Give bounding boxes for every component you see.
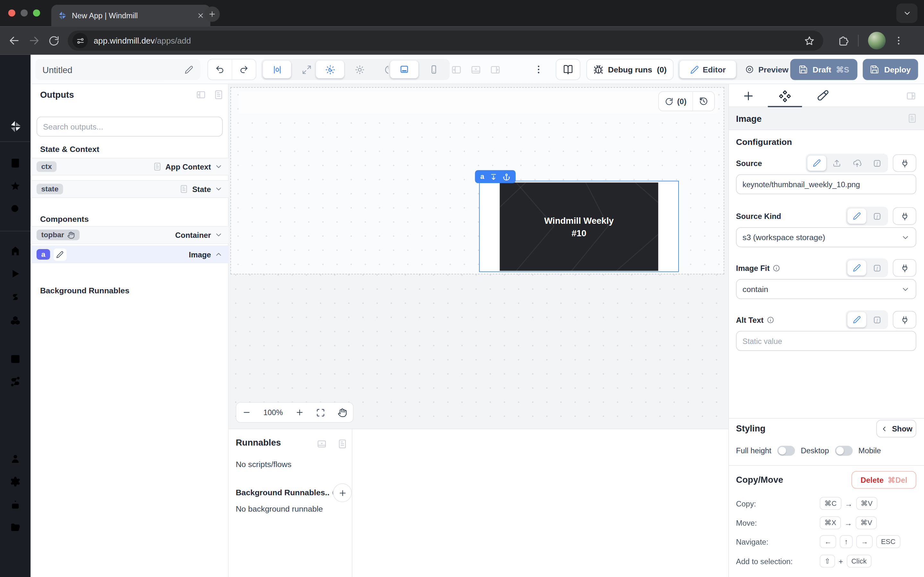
sidebar-item-workers[interactable] <box>9 500 21 511</box>
rename-component-button[interactable] <box>53 248 66 261</box>
collapse-right-panel-icon[interactable] <box>906 91 916 101</box>
sidebar-item-resources[interactable] <box>9 314 21 326</box>
desktop-view-button[interactable] <box>390 61 418 78</box>
fit-screen-icon[interactable] <box>316 408 325 417</box>
runs-history-button[interactable] <box>692 92 714 111</box>
static-mode-pencil-button[interactable] <box>847 208 866 224</box>
connect-plug-button[interactable] <box>893 154 916 172</box>
source-kind-select[interactable]: s3 (workspace storage) <box>736 227 916 247</box>
toggle-right-panel-icon[interactable] <box>489 64 501 75</box>
expression-mode-button[interactable] <box>867 208 887 224</box>
close-window-button[interactable] <box>8 9 15 16</box>
component-settings-tab[interactable] <box>779 89 791 102</box>
browser-menu-kebab-icon[interactable] <box>893 35 904 46</box>
connect-plug-button[interactable] <box>893 259 916 277</box>
source-input[interactable] <box>736 174 916 194</box>
sidebar-item-home[interactable] <box>9 245 21 257</box>
browser-tab[interactable]: New App | Windmill <box>51 5 210 27</box>
zoom-in-icon[interactable] <box>295 408 304 417</box>
expression-mode-button[interactable] <box>867 155 887 171</box>
image-fit-select[interactable]: contain <box>736 279 916 299</box>
extensions-puzzle-icon[interactable] <box>837 35 849 47</box>
more-menu-kebab-icon[interactable] <box>533 64 544 75</box>
full-height-desktop-toggle[interactable] <box>777 445 795 455</box>
anchor-icon[interactable] <box>502 173 510 181</box>
search-outputs-input[interactable] <box>37 117 223 137</box>
app-title-field[interactable]: Untitled <box>35 59 200 80</box>
editor-tab[interactable]: Editor <box>680 61 736 78</box>
toggle-bottom-panel-icon[interactable] <box>470 64 481 75</box>
output-row-ctx[interactable]: ctx App Context <box>31 158 229 175</box>
sidebar-item-users[interactable] <box>9 453 21 464</box>
close-tab-icon[interactable] <box>197 12 204 19</box>
sidebar-item-workspace[interactable] <box>9 157 21 169</box>
connect-plug-button[interactable] <box>893 207 916 225</box>
center-layout-button[interactable] <box>263 61 291 78</box>
chevron-down-icon[interactable] <box>215 163 223 171</box>
styling-tab[interactable] <box>816 89 829 102</box>
upload-mode-button[interactable] <box>827 155 846 171</box>
collapse-bottom-panel-icon[interactable] <box>317 438 327 449</box>
sidebar-item-variables[interactable] <box>9 291 21 303</box>
profile-avatar[interactable] <box>868 32 886 49</box>
component-row-a-selected[interactable]: a Image <box>31 245 229 263</box>
sidebar-item-favorites[interactable] <box>9 180 21 192</box>
preview-tab[interactable]: Preview <box>737 61 796 78</box>
sidebar-item-schedules[interactable] <box>9 353 21 364</box>
sidebar-item-add[interactable] <box>9 398 21 410</box>
s3-upload-mode-button[interactable] <box>847 155 866 171</box>
save-draft-button[interactable]: Draft ⌘S <box>790 59 857 80</box>
refresh-all-button[interactable]: (0) <box>659 92 692 111</box>
sidebar-item-logs[interactable] <box>9 545 21 556</box>
sidebar-item-runs[interactable] <box>9 268 21 280</box>
zoom-out-icon[interactable] <box>242 408 251 417</box>
tab-search-button[interactable] <box>897 3 918 23</box>
doc-list-icon[interactable] <box>907 113 918 124</box>
doc-list-icon[interactable] <box>213 89 224 100</box>
mobile-view-button[interactable] <box>420 61 448 78</box>
back-button[interactable] <box>8 35 20 47</box>
static-mode-pencil-button[interactable] <box>807 155 826 171</box>
static-mode-pencil-button[interactable] <box>847 312 866 327</box>
forward-button[interactable] <box>28 35 40 47</box>
expression-mode-button[interactable] <box>867 312 887 327</box>
sidebar-item-folders[interactable] <box>9 522 21 533</box>
output-row-state[interactable]: state State <box>31 180 229 198</box>
topbar-badge[interactable]: topbar <box>37 229 79 240</box>
delete-component-button[interactable]: Delete ⌘Del <box>851 471 916 488</box>
show-styling-button[interactable]: Show <box>876 420 916 438</box>
doc-icon[interactable] <box>179 184 189 193</box>
chevron-down-icon[interactable] <box>215 185 223 193</box>
component-row-topbar[interactable]: topbar Container <box>31 226 229 243</box>
new-tab-button[interactable] <box>204 6 220 22</box>
collapse-panel-icon[interactable] <box>196 89 206 100</box>
deploy-button[interactable]: Deploy <box>863 59 918 80</box>
bookmark-star-icon[interactable] <box>804 35 815 46</box>
doc-list-icon[interactable] <box>337 438 348 449</box>
edit-title-pencil-icon[interactable] <box>184 65 194 74</box>
sidebar-item-search[interactable] <box>9 203 21 215</box>
state-badge[interactable]: state <box>37 184 63 194</box>
theme-auto-button[interactable] <box>316 61 344 78</box>
theme-light-button[interactable] <box>345 61 373 78</box>
topbar-container-component[interactable] <box>239 92 717 114</box>
redo-button[interactable] <box>232 60 256 79</box>
reload-button[interactable] <box>48 35 60 46</box>
component-a-badge[interactable]: a <box>37 249 50 259</box>
minimize-window-button[interactable] <box>21 9 27 16</box>
full-height-mobile-toggle[interactable] <box>835 445 853 455</box>
debug-runs-button[interactable]: Debug runs (0) <box>586 59 674 80</box>
static-mode-pencil-button[interactable] <box>847 260 866 276</box>
alt-text-input[interactable] <box>736 331 916 351</box>
sidebar-item-settings[interactable] <box>9 476 21 488</box>
pan-hand-icon[interactable] <box>338 408 347 417</box>
site-settings-icon[interactable] <box>73 33 88 48</box>
maximize-window-button[interactable] <box>33 9 40 16</box>
windmill-logo[interactable] <box>8 119 23 134</box>
chevron-up-icon[interactable] <box>215 250 223 259</box>
doc-icon[interactable] <box>152 162 162 171</box>
undo-button[interactable] <box>208 60 231 79</box>
image-component-selected[interactable]: Windmill Weekly #10 <box>479 181 679 272</box>
chevron-down-icon[interactable] <box>215 231 223 239</box>
ctx-badge[interactable]: ctx <box>37 161 57 172</box>
